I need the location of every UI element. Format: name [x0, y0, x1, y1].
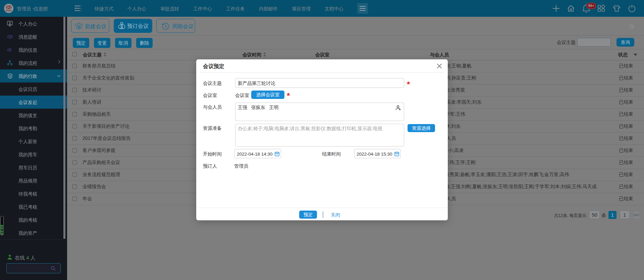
svg-text:OA: OA	[8, 11, 9, 13]
